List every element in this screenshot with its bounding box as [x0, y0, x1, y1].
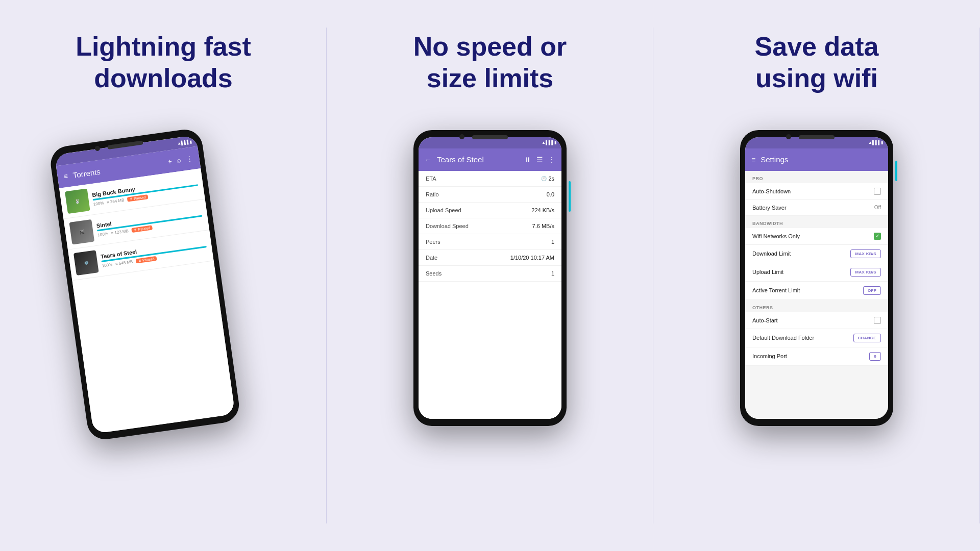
detail-label-date: Date — [426, 255, 437, 261]
panel-2-title: No speed orsize limits — [413, 31, 567, 94]
torrent-progress-sintel: 100% — [97, 231, 109, 237]
scroll-indicator-3 — [895, 161, 897, 181]
scroll-indicator — [569, 181, 571, 212]
detail-value-download: 7.6 MB/s — [532, 223, 554, 229]
settings-row-battery[interactable]: Battery Saver Off — [745, 200, 888, 216]
torrent-progress-bbunny: 100% — [93, 201, 104, 207]
phone-screen-2: ▲▌▌▌▮ ← Tears of Steel ⏸ ☰ ⋮ ETA 🕐2s — [419, 137, 561, 419]
checkbox-wifi[interactable]: ✓ — [874, 233, 881, 240]
more-icon-2[interactable]: ⋮ — [548, 156, 555, 164]
btn-change-folder[interactable]: CHANGE — [853, 334, 881, 342]
detail-row-seeds: Seeds 1 — [419, 266, 561, 282]
settings-header-bandwidth: BANDWIDTH — [745, 216, 888, 228]
settings-row-download-limit[interactable]: Download Limit MAX KB/S — [745, 245, 888, 263]
detail-row-ratio: Ratio 0.0 — [419, 187, 561, 203]
settings-header-pro: PRO — [745, 171, 888, 183]
settings-label-torrent-limit: Active Torrent Limit — [752, 287, 800, 293]
detail-label-download: Download Speed — [426, 223, 469, 229]
settings-label-upload-limit: Upload Limit — [752, 269, 783, 275]
phone-1: ▲▌▌▌▮ ≡ Torrents + ⌕ ⋮ 🐰 Big Buck — [48, 127, 241, 441]
settings-label-incoming-port: Incoming Port — [752, 353, 787, 359]
phone-3: ▲▌▌▌▮ ≡ Settings PRO Auto-Shutdown — [740, 130, 893, 426]
thumb-sintel: 🎬 — [69, 219, 94, 245]
detail-screen: ETA 🕐2s Ratio 0.0 Upload Speed 224 KB/s … — [419, 171, 561, 419]
detail-label-upload: Upload Speed — [426, 207, 461, 213]
detail-value-ratio: 0.0 — [547, 191, 554, 197]
settings-label-autoshutdown: Auto-Shutdown — [752, 188, 791, 194]
checkbox-autostart[interactable] — [874, 317, 881, 324]
panel-1-title: Lightning fastdownloads — [76, 31, 251, 94]
settings-label-battery: Battery Saver — [752, 205, 787, 211]
btn-upload-limit[interactable]: MAX KB/S — [850, 268, 881, 277]
thumb-bbunny: 🐰 — [65, 188, 90, 214]
torrent-progress-tos: 100% — [102, 262, 113, 268]
more-icon[interactable]: ⋮ — [185, 154, 193, 163]
settings-label-autostart: Auto-Start — [752, 317, 778, 323]
list-icon[interactable]: ☰ — [536, 156, 543, 164]
app-title-3: Settings — [761, 155, 882, 164]
detail-value-date: 1/10/20 10:17 AM — [510, 255, 554, 261]
status-bar-3: ▲▌▌▌▮ — [745, 137, 888, 148]
detail-row-upload: Upload Speed 224 KB/s — [419, 203, 561, 218]
detail-label-peers: Peers — [426, 239, 440, 245]
detail-value-seeds: 1 — [551, 270, 554, 277]
detail-row-date: Date 1/10/20 10:17 AM — [419, 250, 561, 266]
torrent-size-tos: ≡ 545 MB — [115, 259, 133, 266]
detail-row-download: Download Speed 7.6 MB/s — [419, 218, 561, 234]
btn-incoming-port[interactable]: 0 — [869, 352, 881, 361]
panel-3: Save datausing wifi ▲▌▌▌▮ ≡ Settings PRO — [653, 0, 980, 551]
panel-1: Lightning fastdownloads ▲▌▌▌▮ ≡ Torrents… — [0, 0, 327, 551]
phone-frame-1: ▲▌▌▌▮ ≡ Torrents + ⌕ ⋮ 🐰 Big Buck — [48, 127, 241, 441]
back-icon[interactable]: ← — [425, 156, 432, 164]
menu-icon-3[interactable]: ≡ — [751, 156, 755, 164]
status-bar-2: ▲▌▌▌▮ — [419, 137, 561, 148]
btn-download-limit[interactable]: MAX KB/S — [850, 249, 881, 258]
phone-frame-3: ▲▌▌▌▮ ≡ Settings PRO Auto-Shutdown — [740, 130, 893, 426]
detail-value-eta: 🕐2s — [541, 176, 554, 182]
settings-row-upload-limit[interactable]: Upload Limit MAX KB/S — [745, 263, 888, 282]
settings-row-autostart[interactable]: Auto-Start — [745, 312, 888, 329]
settings-label-download-limit: Download Limit — [752, 251, 791, 257]
panel-3-title: Save datausing wifi — [755, 31, 879, 94]
add-icon[interactable]: + — [167, 157, 172, 166]
panel-2: No speed orsize limits ▲▌▌▌▮ ← Tears of … — [327, 0, 653, 551]
torrent-size-sintel: ≡ 123 MB — [111, 228, 129, 235]
detail-value-upload: 224 KB/s — [531, 207, 554, 213]
detail-row-eta: ETA 🕐2s — [419, 171, 561, 187]
settings-row-autoshutdown[interactable]: Auto-Shutdown — [745, 183, 888, 200]
detail-value-peers: 1 — [551, 239, 554, 245]
settings-row-download-folder[interactable]: Default Download Folder CHANGE — [745, 329, 888, 347]
detail-row-peers: Peers 1 — [419, 234, 561, 250]
thumb-tos: ⚙️ — [74, 250, 99, 276]
torrent-info-tos: Tears of Steel 100% ≡ 545 MB ⏸ Paused — [100, 238, 207, 268]
phone-screen-1: ▲▌▌▌▮ ≡ Torrents + ⌕ ⋮ 🐰 Big Buck — [55, 135, 235, 434]
menu-icon[interactable]: ≡ — [63, 171, 68, 180]
btn-torrent-limit[interactable]: OFF — [863, 286, 881, 295]
wifi-signal-2: ▲▌▌▌▮ — [542, 140, 556, 145]
torrent-size-bbunny: ≡ 264 MB — [106, 197, 124, 205]
clock-icon: 🕐 — [541, 176, 547, 181]
detail-label-eta: ETA — [426, 176, 436, 182]
app-title-2: Tears of Steel — [437, 155, 519, 164]
settings-row-wifi[interactable]: Wifi Networks Only ✓ — [745, 228, 888, 245]
settings-row-incoming-port[interactable]: Incoming Port 0 — [745, 347, 888, 366]
wifi-signal: ▲▌▌▌▮ — [177, 139, 192, 145]
settings-row-torrent-limit[interactable]: Active Torrent Limit OFF — [745, 282, 888, 300]
detail-label-seeds: Seeds — [426, 270, 442, 277]
torrent-status-bbunny: ⏸ Paused — [127, 194, 149, 202]
phone-screen-3: ▲▌▌▌▮ ≡ Settings PRO Auto-Shutdown — [745, 137, 888, 419]
phone-frame-2: ▲▌▌▌▮ ← Tears of Steel ⏸ ☰ ⋮ ETA 🕐2s — [413, 130, 567, 426]
settings-label-download-folder: Default Download Folder — [752, 335, 814, 341]
torrent-list: 🐰 Big Buck Bunny 100% ≡ 264 MB ⏸ Paused — [59, 168, 235, 434]
phone-2: ▲▌▌▌▮ ← Tears of Steel ⏸ ☰ ⋮ ETA 🕐2s — [413, 130, 567, 426]
torrent-status-tos: ⏸ Paused — [136, 256, 157, 263]
torrent-status-sintel: ⏸ Paused — [131, 225, 153, 233]
search-icon[interactable]: ⌕ — [176, 156, 181, 164]
wifi-signal-3: ▲▌▌▌▮ — [868, 140, 883, 145]
pause-icon[interactable]: ⏸ — [524, 156, 531, 164]
settings-label-wifi: Wifi Networks Only — [752, 233, 800, 239]
settings-value-battery: Off — [874, 205, 881, 210]
checkbox-autoshutdown[interactable] — [874, 188, 881, 195]
detail-label-ratio: Ratio — [426, 191, 439, 197]
app-bar-2: ← Tears of Steel ⏸ ☰ ⋮ — [419, 148, 561, 171]
